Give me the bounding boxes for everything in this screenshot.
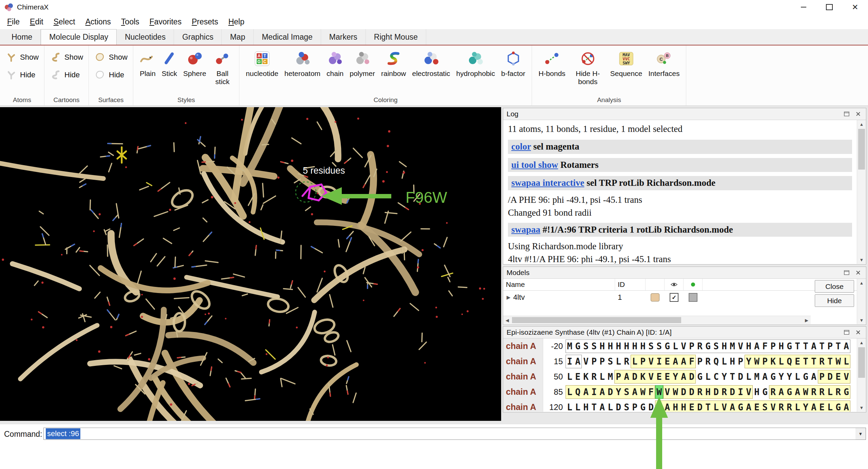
model-row[interactable]: ▶ 4ltv 1 ✓ — [503, 291, 857, 304]
close-panel-icon[interactable] — [854, 329, 863, 336]
sequence-letter[interactable]: H — [631, 339, 639, 353]
column-header-shown[interactable] — [665, 279, 684, 290]
sequence-letter[interactable]: T — [810, 355, 818, 368]
sequence-letter[interactable]: P — [614, 370, 623, 384]
sequence-letter[interactable]: A — [753, 339, 761, 353]
sequence-letter[interactable]: W — [671, 385, 679, 399]
sequence-letter[interactable]: S — [623, 400, 631, 412]
command-input[interactable]: select :96 — [43, 428, 856, 440]
sequence-letter[interactable]: H — [623, 339, 631, 353]
sequence-letter[interactable]: T — [704, 400, 712, 412]
scroll-right-icon[interactable]: ▶ — [803, 316, 811, 324]
hide-hbonds-button[interactable]: Hide H-bonds — [569, 48, 607, 86]
sequence-letter[interactable]: F — [688, 355, 696, 368]
scroll-up-icon[interactable]: ▲ — [857, 338, 866, 347]
command-history-dropdown[interactable]: ▼ — [855, 428, 866, 440]
sequence-letter[interactable]: R — [785, 400, 793, 412]
tab-nucleotides[interactable]: Nucleotides — [117, 29, 174, 45]
scroll-down-icon[interactable]: ▼ — [857, 256, 866, 264]
sequence-letter[interactable]: Q — [712, 355, 720, 368]
sequence-letter[interactable]: L — [720, 355, 728, 368]
sequence-letter[interactable]: I — [590, 385, 598, 399]
log-command-link[interactable]: swapaa — [511, 224, 540, 235]
sequence-letter[interactable]: H — [745, 339, 753, 353]
sequence-letter[interactable]: T — [818, 339, 826, 353]
coloring-bfactor-button[interactable]: b-factor — [498, 48, 528, 78]
sequence-letter[interactable]: G — [834, 400, 842, 412]
sequence-letter[interactable]: E — [753, 400, 761, 412]
scroll-thumb[interactable] — [858, 347, 865, 378]
sequence-letter[interactable]: E — [688, 400, 696, 412]
sequence-letter[interactable]: D — [614, 400, 623, 412]
sequence-letter[interactable]: L — [826, 385, 834, 399]
sequence-letter[interactable]: Y — [671, 370, 679, 384]
sequence-letter[interactable]: E — [574, 370, 582, 384]
coloring-hydrophobic-button[interactable]: hydrophobic — [453, 48, 498, 78]
sequence-letter[interactable]: G — [802, 370, 810, 384]
sequence-letter[interactable]: D — [728, 385, 736, 399]
sequence-letter[interactable]: T — [802, 339, 810, 353]
log-command-link[interactable]: swapaa interactive — [511, 178, 584, 188]
sequence-letter[interactable]: T — [728, 370, 736, 384]
sequence-letter[interactable]: T — [834, 339, 842, 353]
menu-file[interactable]: File — [2, 15, 25, 28]
sequence-letter[interactable]: G — [769, 370, 777, 384]
sequence-letter[interactable]: G — [639, 400, 647, 412]
sequence-letter[interactable]: A — [582, 385, 590, 399]
sequence-letter[interactable]: T — [826, 355, 834, 368]
surfaces-hide-button[interactable]: Hide — [92, 68, 130, 82]
disclosure-triangle-icon[interactable]: ▶ — [507, 294, 511, 300]
models-scrollbar[interactable]: ▲ ▼ — [857, 279, 866, 324]
sequence-letter[interactable]: E — [818, 400, 826, 412]
scroll-left-icon[interactable]: ◀ — [503, 316, 511, 324]
tab-home[interactable]: Home — [3, 29, 41, 45]
sequence-letter[interactable]: A — [623, 370, 631, 384]
sequence-letter[interactable]: W — [802, 385, 810, 399]
column-header-id[interactable]: ID — [615, 279, 646, 290]
sequence-letter[interactable]: L — [712, 400, 720, 412]
sequence-letter[interactable]: K — [639, 370, 647, 384]
sequence-letter[interactable]: A — [745, 400, 753, 412]
column-header-color[interactable] — [646, 279, 665, 290]
sequence-letter[interactable]: A — [574, 355, 582, 368]
sequence-letter[interactable]: L — [631, 355, 639, 368]
coloring-chain-button[interactable]: chain — [323, 48, 347, 78]
sequence-letter[interactable]: A — [679, 370, 688, 384]
sequence-letter[interactable]: E — [663, 370, 671, 384]
sequence-letter[interactable]: T — [590, 400, 598, 412]
sequence-letter[interactable]: L — [704, 370, 712, 384]
tab-graphics[interactable]: Graphics — [174, 29, 222, 45]
cartoons-hide-button[interactable]: Hide — [48, 68, 85, 82]
tab-right-mouse[interactable]: Right Mouse — [366, 29, 426, 45]
sequence-letter[interactable]: A — [655, 400, 663, 412]
close-button[interactable]: ✕ — [842, 0, 868, 14]
close-panel-icon[interactable] — [854, 110, 863, 118]
coloring-polymer-button[interactable]: polymer — [347, 48, 378, 78]
atoms-show-button[interactable]: Show — [3, 50, 41, 64]
sequence-letter[interactable]: E — [793, 355, 802, 368]
sequence-letter[interactable]: R — [810, 385, 818, 399]
column-header-selected[interactable] — [684, 279, 703, 290]
surfaces-show-button[interactable]: Show — [92, 50, 130, 64]
sequence-letter[interactable]: D — [631, 370, 639, 384]
sequence-letter[interactable]: L — [566, 400, 574, 412]
sequence-letter[interactable]: M — [728, 339, 736, 353]
sequence-letter[interactable]: W — [753, 355, 761, 368]
sequence-letter[interactable]: V — [647, 370, 655, 384]
sequence-letter[interactable]: P — [696, 355, 704, 368]
sequence-letter[interactable]: R — [818, 355, 826, 368]
sequence-letter[interactable]: L — [745, 370, 753, 384]
sequence-letter[interactable]: A — [810, 370, 818, 384]
sequence-letter[interactable]: Y — [745, 355, 753, 368]
minimize-button[interactable] — [791, 0, 816, 14]
sequence-letter[interactable]: A — [810, 339, 818, 353]
maximize-button[interactable] — [816, 0, 842, 14]
sequence-letter[interactable]: P — [598, 355, 606, 368]
menu-help[interactable]: Help — [223, 15, 249, 28]
sequence-letter[interactable]: W — [639, 385, 647, 399]
sequence-letter[interactable]: L — [614, 355, 623, 368]
model-shown-checkbox[interactable]: ✓ — [670, 293, 678, 302]
menu-presets[interactable]: Presets — [186, 15, 223, 28]
model-selected-checkbox[interactable] — [689, 293, 697, 302]
sequence-letter[interactable]: D — [688, 370, 696, 384]
